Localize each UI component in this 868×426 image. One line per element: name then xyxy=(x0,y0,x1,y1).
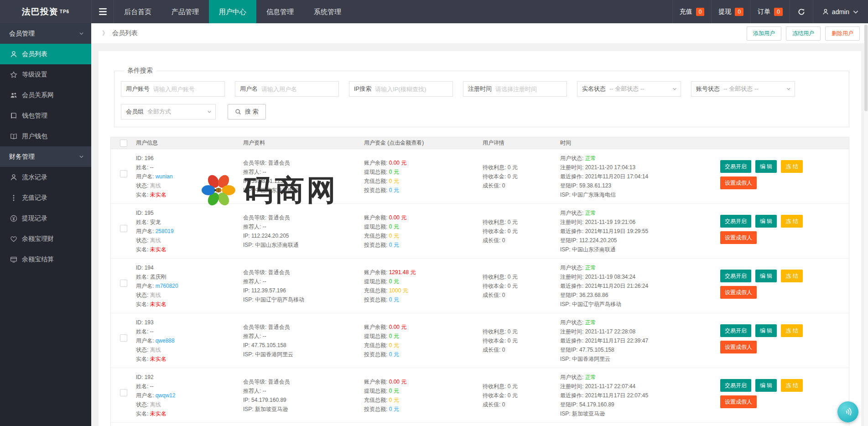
topbar-stat[interactable]: 充值0 xyxy=(672,0,712,23)
freeze-button[interactable]: 冻 结 xyxy=(781,215,802,228)
trade-toggle-button[interactable]: 交易开启 xyxy=(720,160,751,173)
field-value: 0 xyxy=(502,347,505,353)
money-value[interactable]: 0 元 xyxy=(389,296,399,303)
trade-toggle-button[interactable]: 交易开启 xyxy=(720,324,751,337)
money-value[interactable]: 0 元 xyxy=(389,178,399,184)
money-value[interactable]: 0 元 xyxy=(389,242,399,248)
freeze-button[interactable]: 冻 结 xyxy=(781,324,802,337)
username-link[interactable]: 258019 xyxy=(156,228,174,234)
freeze-button[interactable]: 冻 结 xyxy=(781,160,802,173)
money-value[interactable]: 1000 元 xyxy=(389,287,408,294)
user-menu[interactable]: admin xyxy=(813,0,868,23)
trade-toggle-button[interactable]: 交易开启 xyxy=(720,379,751,392)
field-label: 会员等级: xyxy=(243,379,268,385)
money-value[interactable]: 0 元 xyxy=(389,342,399,348)
money-value[interactable]: 0 元 xyxy=(389,233,399,239)
scrollbar-thumb[interactable] xyxy=(864,25,868,111)
money-value[interactable]: 0 元 xyxy=(389,223,399,230)
money-value[interactable]: 0 元 xyxy=(389,351,399,358)
row-checkbox[interactable] xyxy=(120,170,127,177)
set-fake-user-button[interactable]: 设置成假人 xyxy=(720,341,757,353)
top-nav-item[interactable]: 产品管理 xyxy=(161,0,209,23)
row-checkbox[interactable] xyxy=(120,334,127,342)
trade-toggle-button[interactable]: 交易开启 xyxy=(720,270,751,282)
money-value[interactable]: 0 元 xyxy=(389,333,399,339)
search-select[interactable]: 全部方式 xyxy=(147,108,215,116)
sidebar-item[interactable]: 会员关系网 xyxy=(0,85,91,105)
money-value[interactable]: 1291.48 元 xyxy=(389,269,416,275)
top-nav-item[interactable]: 系统管理 xyxy=(304,0,351,23)
freeze-button[interactable]: 冻 结 xyxy=(781,270,802,282)
money-value[interactable]: 0 元 xyxy=(389,169,399,175)
edit-button[interactable]: 编 辑 xyxy=(755,160,777,173)
search-field: 账号状态-- 全部状态 -- xyxy=(691,81,795,97)
username-link[interactable]: m760820 xyxy=(156,283,178,289)
sidebar-item[interactable]: 用户钱包 xyxy=(0,126,91,146)
refresh-icon[interactable] xyxy=(790,0,813,23)
search-field-label: 用户账号 xyxy=(121,85,153,93)
sidebar-group-header[interactable]: 财务管理 xyxy=(0,146,91,167)
select-all-checkbox[interactable] xyxy=(120,140,127,147)
search-input[interactable] xyxy=(495,86,567,93)
money-value[interactable]: 0 元 xyxy=(389,278,399,285)
stat-label: 订单 xyxy=(758,8,770,16)
field-label: 成长值: xyxy=(483,237,502,244)
money-value[interactable]: 0 元 xyxy=(389,406,399,412)
trade-toggle-button[interactable]: 交易开启 xyxy=(720,215,751,228)
top-nav-item[interactable]: 用户中心 xyxy=(209,0,256,23)
edit-button[interactable]: 编 辑 xyxy=(755,215,777,228)
top-nav-item[interactable]: 后台首页 xyxy=(114,0,161,23)
topbar-stat[interactable]: 提现0 xyxy=(711,0,750,23)
money-value[interactable]: 0 元 xyxy=(389,388,399,394)
freeze-button[interactable]: 冻 结 xyxy=(781,379,802,392)
username-link[interactable]: wunian xyxy=(156,173,173,180)
set-fake-user-button[interactable]: 设置成假人 xyxy=(720,395,757,408)
topbar-stat[interactable]: 订单0 xyxy=(750,0,790,23)
username-link[interactable]: qwe888 xyxy=(156,338,175,344)
edit-button[interactable]: 编 辑 xyxy=(755,379,777,392)
row-checkbox[interactable] xyxy=(120,280,127,287)
menu-toggle-icon[interactable] xyxy=(91,0,114,23)
search-select[interactable]: -- 全部状态 -- xyxy=(609,85,681,93)
user-profile-cell: 会员等级: 普通会员推荐人: --IP: 54.179.160.89ISP: 新… xyxy=(243,368,364,422)
top-nav-item[interactable]: 信息管理 xyxy=(256,0,304,23)
money-value[interactable]: 0.00 元 xyxy=(389,214,407,221)
time-value: 36.23.68.86 xyxy=(579,292,608,298)
money-value[interactable]: 0.00 元 xyxy=(389,379,407,385)
money-value[interactable]: 0.00 元 xyxy=(389,324,407,330)
row-checkbox[interactable] xyxy=(120,389,127,396)
search-button[interactable]: 搜 索 xyxy=(228,104,266,119)
sidebar-item[interactable]: 等级设置 xyxy=(0,64,91,85)
edit-button[interactable]: 编 辑 xyxy=(755,324,777,337)
page-action-button[interactable]: 删除用户 xyxy=(825,26,860,41)
sidebar-item[interactable]: 余额宝理财 xyxy=(0,229,91,249)
username-link[interactable]: qwqw12 xyxy=(156,392,176,399)
money-value[interactable]: 0.00 元 xyxy=(389,160,407,166)
sidebar-item[interactable]: 会员列表 xyxy=(0,44,91,64)
page-action-button[interactable]: 添加用户 xyxy=(747,26,781,41)
search-select[interactable]: -- 全部状态 -- xyxy=(723,85,795,93)
search-input[interactable] xyxy=(261,86,338,93)
row-field: 待收本金: 0 元 xyxy=(483,227,560,236)
online-status: 离线 xyxy=(150,347,161,353)
money-value[interactable]: 0 元 xyxy=(389,187,399,193)
set-fake-user-button[interactable]: 设置成假人 xyxy=(720,286,757,299)
search-input[interactable] xyxy=(153,86,224,93)
row-field: 充值总额: 0 元 xyxy=(364,341,483,350)
row-field: 账户余额: 0.00 元 xyxy=(364,213,483,222)
floating-action-button[interactable] xyxy=(837,401,858,422)
set-fake-user-button[interactable]: 设置成假人 xyxy=(720,177,757,189)
sidebar-item[interactable]: 余额宝结算 xyxy=(0,249,91,270)
sidebar-group-header[interactable]: 会员管理 xyxy=(0,23,91,44)
edit-button[interactable]: 编 辑 xyxy=(755,270,777,282)
page-action-button[interactable]: 冻结用户 xyxy=(786,26,821,41)
sidebar-item[interactable]: 流水记录 xyxy=(0,167,91,187)
search-field-label: 账号状态 xyxy=(691,85,723,93)
set-fake-user-button[interactable]: 设置成假人 xyxy=(720,231,757,244)
search-input[interactable] xyxy=(375,86,452,93)
sidebar-item[interactable]: 钱包管理 xyxy=(0,105,91,126)
sidebar-item[interactable]: 提现记录 xyxy=(0,208,91,229)
sidebar-item[interactable]: 充值记录 xyxy=(0,187,91,208)
row-checkbox[interactable] xyxy=(120,225,127,232)
money-value[interactable]: 0 元 xyxy=(389,397,399,403)
